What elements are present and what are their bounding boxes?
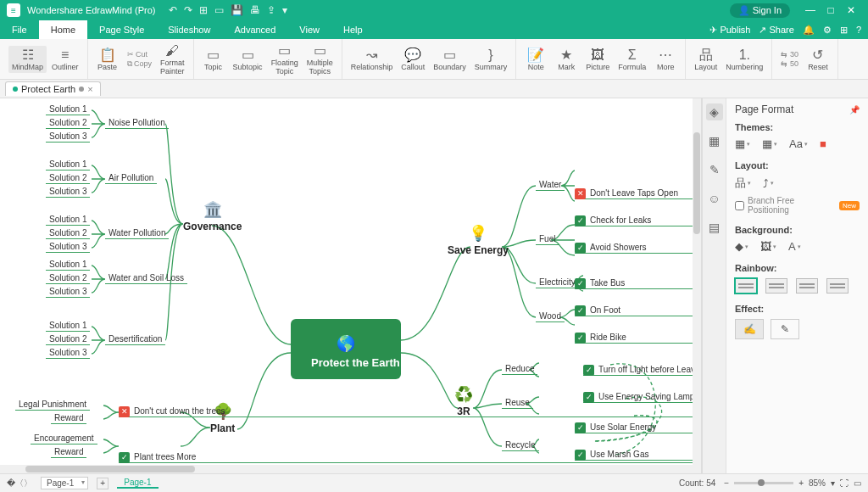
leaf-lamp[interactable]: ✓Use Energy Saving Lamp (583, 391, 702, 403)
effect-hand[interactable]: ✍ (735, 319, 764, 339)
menu-help[interactable]: Help (331, 20, 375, 39)
rainbow-option-2[interactable] (765, 278, 787, 294)
outliner-button[interactable]: ≡Outliner (48, 46, 82, 73)
publish-button[interactable]: ✈ Publish (709, 25, 750, 36)
fit-page-icon[interactable]: ⛶ (840, 478, 849, 488)
width-toggle-b[interactable]: ⇆ 50 (781, 59, 798, 68)
multiple-topics-button[interactable]: ▭Multiple Topics (303, 42, 337, 77)
cat-wood[interactable]: Wood (536, 310, 565, 322)
panel-tab-theme-icon[interactable]: ▦ (706, 132, 723, 149)
leaf-leaks[interactable]: ✓Check for Leaks (575, 215, 702, 226)
horizontal-scrollbar[interactable] (0, 465, 693, 473)
cut-button[interactable]: ✂ Cut (127, 50, 153, 59)
zoom-in-button[interactable]: + (798, 478, 804, 488)
solution-item[interactable]: Solution 3 (46, 241, 90, 253)
cat-soil[interactable]: Water and Soil Loss (105, 272, 187, 284)
cat-electricity[interactable]: Electricity (536, 277, 579, 288)
leaf-reward1[interactable]: Reward (51, 412, 86, 424)
summary-button[interactable]: }Summary (471, 46, 511, 73)
note-button[interactable]: 📝Note (521, 46, 550, 73)
bg-color[interactable]: ◆▾ (735, 240, 748, 253)
copy-button[interactable]: ⧉ Copy (127, 59, 153, 69)
leaf-light[interactable]: ✓Turn off Light before Leaving (583, 364, 702, 376)
redo-icon[interactable]: ↷ (184, 4, 192, 16)
leaf-foot[interactable]: ✓On Foot (575, 305, 702, 316)
leaf-marsh[interactable]: ✓Use Marsh Gas (575, 449, 702, 461)
menu-slideshow[interactable]: Slideshow (156, 20, 222, 39)
bg-image[interactable]: 🖼▾ (760, 240, 776, 253)
panel-tab-clipart-icon[interactable]: ▤ (706, 219, 723, 236)
callout-button[interactable]: 💬Callout (398, 46, 428, 73)
solution-item[interactable]: Solution 2 (46, 172, 90, 184)
central-topic[interactable]: 🌎 Protect the Earth (291, 319, 401, 379)
solution-item[interactable]: Solution 3 (46, 286, 90, 298)
solution-item[interactable]: Solution 1 (46, 103, 90, 115)
branch-free-checkbox[interactable] (735, 201, 744, 210)
cat-water[interactable]: Water (536, 179, 565, 191)
vertical-scrollbar[interactable] (693, 98, 701, 473)
cat-desert[interactable]: Desertification (105, 333, 165, 345)
fullscreen-icon[interactable]: ▭ (854, 478, 861, 488)
connector-type[interactable]: ⤴▾ (763, 177, 774, 190)
cat-air[interactable]: Air Pollution (105, 172, 157, 184)
menu-page-style[interactable]: Page Style (87, 20, 156, 39)
menu-home[interactable]: Home (39, 20, 87, 39)
help-icon[interactable]: ? (856, 25, 861, 35)
cat-noise[interactable]: Noise Pollution (105, 117, 169, 129)
document-tab[interactable]: Protect Earth × (5, 81, 101, 96)
leaf-encourage[interactable]: Encouragement (31, 433, 97, 444)
floating-topic-button[interactable]: ▭Floating Topic (268, 42, 302, 77)
branch-governance[interactable]: 🏛️ Governance (183, 200, 242, 232)
leaf-legal[interactable]: Legal Punishment (15, 399, 90, 411)
layout-button[interactable]: 品Layout (691, 46, 721, 73)
menu-advanced[interactable]: Advanced (222, 20, 287, 39)
solution-item[interactable]: Solution 3 (46, 347, 90, 359)
grid-icon[interactable]: ⊞ (840, 25, 848, 36)
rainbow-option-1[interactable] (735, 278, 757, 294)
relationship-button[interactable]: ↝Relationship (348, 46, 397, 73)
paste-button[interactable]: 📋Paste (93, 46, 122, 73)
solution-item[interactable]: Solution 3 (46, 131, 90, 143)
effect-none[interactable]: ✎ (771, 319, 799, 339)
solution-item[interactable]: Solution 1 (46, 159, 90, 171)
mark-button[interactable]: ★Mark (552, 46, 581, 73)
cat-reduce[interactable]: Reduce (502, 363, 537, 375)
minimize-button[interactable]: — (800, 4, 821, 16)
solution-item[interactable]: Solution 1 (46, 320, 90, 332)
export-icon[interactable]: ⇪ (267, 4, 275, 16)
solution-item[interactable]: Solution 3 (46, 186, 90, 198)
cat-water-pollution[interactable]: Water Pollution (105, 227, 169, 239)
outline-view-icon[interactable]: �〈〉 (7, 478, 32, 489)
topic-button[interactable]: ▭Topic (199, 46, 228, 73)
width-toggle-a[interactable]: ⇆ 30 (781, 50, 798, 59)
leaf-solar[interactable]: ✓Use Solar Energy (575, 422, 702, 433)
theme-color[interactable]: ■ (820, 137, 826, 150)
cat-fuel[interactable]: Fuel (536, 233, 559, 245)
leaf-bike[interactable]: ✓Ride Bike (575, 332, 702, 344)
boundary-button[interactable]: ▭Boundary (430, 46, 470, 73)
zoom-dropdown-icon[interactable]: ▾ (831, 478, 835, 488)
zoom-out-button[interactable]: − (724, 478, 729, 488)
share-button[interactable]: ↗ Share (759, 25, 793, 36)
picture-button[interactable]: 🖼Picture (582, 46, 613, 73)
gear-icon[interactable]: ⚙ (823, 25, 832, 36)
theme-preset-2[interactable]: ▦▾ (762, 137, 777, 150)
layout-type[interactable]: 品▾ (735, 176, 751, 191)
rainbow-option-3[interactable] (796, 278, 818, 294)
solution-item[interactable]: Solution 1 (46, 214, 90, 226)
add-page-button[interactable]: + (97, 478, 108, 489)
page-select[interactable]: Page-1 (41, 477, 88, 489)
zoom-slider[interactable] (734, 482, 793, 484)
cat-dont-cut[interactable]: ✕Don't cut down the trees (119, 405, 702, 417)
undo-icon[interactable]: ↶ (169, 4, 177, 16)
reset-button[interactable]: ↺Reset (804, 46, 832, 73)
close-tab-icon[interactable]: × (87, 84, 92, 94)
panel-tab-style-icon[interactable]: ✎ (706, 161, 723, 178)
new-icon[interactable]: ⊞ (199, 4, 208, 16)
bell-icon[interactable]: 🔔 (803, 25, 815, 36)
branch-3r[interactable]: ♻️ 3R (454, 385, 473, 417)
close-button[interactable]: ✕ (841, 4, 861, 16)
formula-button[interactable]: ΣFormula (615, 46, 649, 73)
solution-item[interactable]: Solution 2 (46, 117, 90, 129)
page-tab[interactable]: Page-1 (117, 478, 158, 489)
